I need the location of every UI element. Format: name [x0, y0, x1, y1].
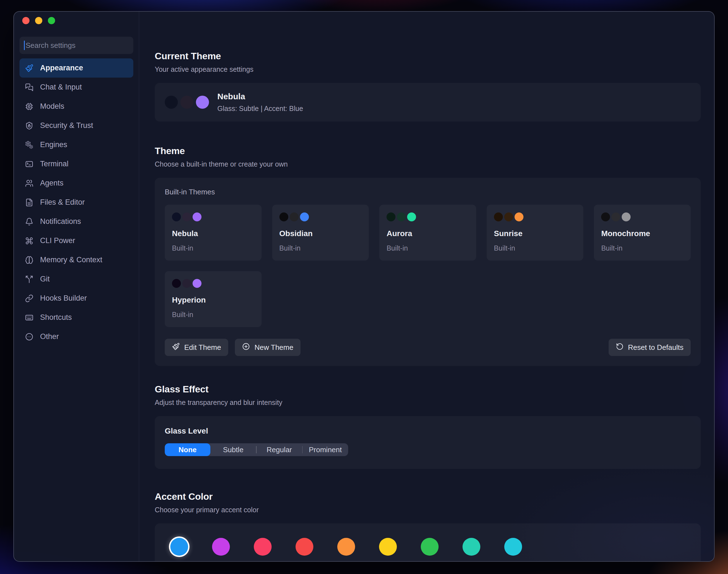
- sidebar-item-engines[interactable]: Engines: [20, 135, 133, 154]
- accent-swatch: [337, 538, 355, 556]
- sidebar-nav: Appearance Chat & Input Models Security …: [20, 58, 133, 346]
- sidebar-item-label: Files & Editor: [40, 198, 85, 207]
- sidebar-item-label: Shortcuts: [40, 313, 72, 322]
- theme-card-obsidian[interactable]: Obsidian Built-in: [272, 205, 369, 260]
- accent-option-green[interactable]: Green: [421, 538, 438, 561]
- ellipsis-circle-icon: [25, 333, 33, 341]
- close-window-button[interactable]: [22, 17, 30, 24]
- theme-section: Theme Choose a built-in theme or create …: [155, 146, 701, 366]
- theme-card-hyperion[interactable]: Hyperion Built-in: [165, 271, 262, 327]
- search-box: [20, 37, 133, 54]
- new-theme-button[interactable]: New Theme: [235, 339, 301, 356]
- accent-option-blue[interactable]: Blue: [170, 538, 188, 561]
- theme-swatch: [165, 96, 178, 109]
- theme-swatch: [180, 96, 193, 109]
- theme-card-name: Hyperion: [172, 296, 254, 304]
- sidebar-item-terminal[interactable]: Terminal: [20, 154, 133, 173]
- current-theme-name: Nebula: [217, 92, 303, 101]
- edit-theme-button[interactable]: Edit Theme: [165, 339, 228, 356]
- accent-swatch: [379, 538, 397, 556]
- glass-option-prominent[interactable]: Prominent: [303, 443, 348, 456]
- theme-card-name: Nebula: [172, 229, 254, 238]
- sidebar-item-security-trust[interactable]: Security & Trust: [20, 116, 133, 135]
- accent-swatch: [254, 538, 272, 556]
- builtin-themes-label: Built-in Themes: [165, 188, 691, 196]
- accent-color-panel: Blue Purple Pink Red Orange: [155, 523, 701, 561]
- current-theme-section: Current Theme Your active appearance set…: [155, 51, 701, 122]
- theme-card-sunrise[interactable]: Sunrise Built-in: [487, 205, 583, 260]
- builtin-themes-panel: Built-in Themes Nebula Built-in: [155, 178, 701, 366]
- current-theme-info: Nebula Glass: Subtle | Accent: Blue: [217, 92, 303, 113]
- accent-option-yellow[interactable]: Yellow: [379, 538, 397, 561]
- sidebar-item-git[interactable]: Git: [20, 270, 133, 289]
- sidebar-item-memory-context[interactable]: Memory & Context: [20, 250, 133, 270]
- sidebar-item-notifications[interactable]: Notifications: [20, 212, 133, 231]
- glass-effect-heading: Glass Effect: [155, 384, 701, 395]
- zoom-window-button[interactable]: [48, 17, 55, 24]
- current-theme-card: Nebula Glass: Subtle | Accent: Blue: [155, 83, 701, 122]
- theme-subtitle: Choose a built-in theme or create your o…: [155, 160, 701, 168]
- theme-card-monochrome[interactable]: Monochrome Built-in: [594, 205, 691, 260]
- reset-to-defaults-button[interactable]: Reset to Defaults: [609, 339, 691, 356]
- theme-swatch: [193, 212, 201, 221]
- sidebar-item-appearance[interactable]: Appearance: [20, 58, 133, 78]
- accent-option-pink[interactable]: Pink: [254, 538, 272, 561]
- sidebar-item-label: Terminal: [40, 160, 69, 168]
- theme-swatch: [387, 212, 395, 221]
- theme-card-nebula[interactable]: Nebula Built-in: [165, 205, 262, 260]
- current-theme-heading: Current Theme: [155, 51, 701, 62]
- sidebar-item-chat-input[interactable]: Chat & Input: [20, 78, 133, 97]
- theme-swatch: [182, 212, 191, 221]
- glass-option-subtle[interactable]: Subtle: [210, 443, 256, 456]
- accent-option-purple[interactable]: Purple: [212, 538, 230, 561]
- shield-lock-icon: [25, 122, 33, 130]
- sidebar-item-hooks-builder[interactable]: Hooks Builder: [20, 289, 133, 308]
- edit-theme-label: Edit Theme: [184, 343, 221, 352]
- sidebar-item-label: Appearance: [40, 64, 83, 72]
- theme-card-badge: Built-in: [494, 244, 576, 252]
- glass-option-none[interactable]: None: [165, 443, 210, 456]
- settings-window: Appearance Chat & Input Models Security …: [13, 11, 715, 562]
- accent-swatch: [504, 538, 522, 556]
- theme-swatch: [514, 212, 524, 221]
- new-theme-label: New Theme: [254, 343, 293, 352]
- search-input[interactable]: [20, 37, 133, 54]
- accent-option-orange[interactable]: Orange: [337, 538, 355, 561]
- file-text-icon: [25, 198, 33, 207]
- accent-option-red[interactable]: Red: [296, 538, 313, 561]
- sidebar-item-models[interactable]: Models: [20, 97, 133, 116]
- glass-effect-subtitle: Adjust the transparency and blur intensi…: [155, 399, 701, 407]
- sidebar-item-label: Agents: [40, 179, 64, 188]
- cpu-icon: [25, 102, 33, 111]
- glass-level-segmented-control: None Subtle Regular Prominent: [165, 443, 348, 456]
- sidebar-item-cli-power[interactable]: CLI Power: [20, 231, 133, 250]
- accent-option-mint[interactable]: Mint: [462, 538, 480, 561]
- chat-bubbles-icon: [25, 83, 33, 91]
- theme-card-badge: Built-in: [601, 244, 684, 252]
- current-theme-swatches: [165, 96, 209, 109]
- minimize-window-button[interactable]: [35, 17, 42, 24]
- sidebar-item-agents[interactable]: Agents: [20, 173, 133, 193]
- paintbrush-icon: [172, 343, 180, 352]
- theme-card-aurora[interactable]: Aurora Built-in: [379, 205, 476, 260]
- sidebar-item-label: Notifications: [40, 217, 81, 226]
- accent-swatch: [296, 538, 313, 556]
- sidebar-item-label: Hooks Builder: [40, 294, 87, 302]
- theme-actions: Edit Theme New Theme Reset to Defaults: [165, 339, 691, 356]
- sidebar-item-other[interactable]: Other: [20, 327, 133, 346]
- theme-swatch: [172, 212, 181, 221]
- sidebar-item-label: Memory & Context: [40, 255, 103, 264]
- accent-swatch: [170, 538, 188, 556]
- git-split-icon: [25, 275, 33, 283]
- accent-swatch: [462, 538, 480, 556]
- accent-color-subtitle: Choose your primary accent color: [155, 506, 701, 514]
- accent-option-teal[interactable]: Teal: [504, 538, 522, 561]
- sidebar-item-shortcuts[interactable]: Shortcuts: [20, 308, 133, 327]
- sidebar-item-label: Engines: [40, 140, 67, 149]
- glass-option-regular[interactable]: Regular: [257, 443, 302, 456]
- theme-swatch: [193, 279, 201, 288]
- theme-swatch: [290, 212, 299, 221]
- sidebar-item-files-editor[interactable]: Files & Editor: [20, 193, 133, 212]
- theme-swatch: [601, 212, 610, 221]
- sidebar-item-label: Git: [40, 275, 50, 283]
